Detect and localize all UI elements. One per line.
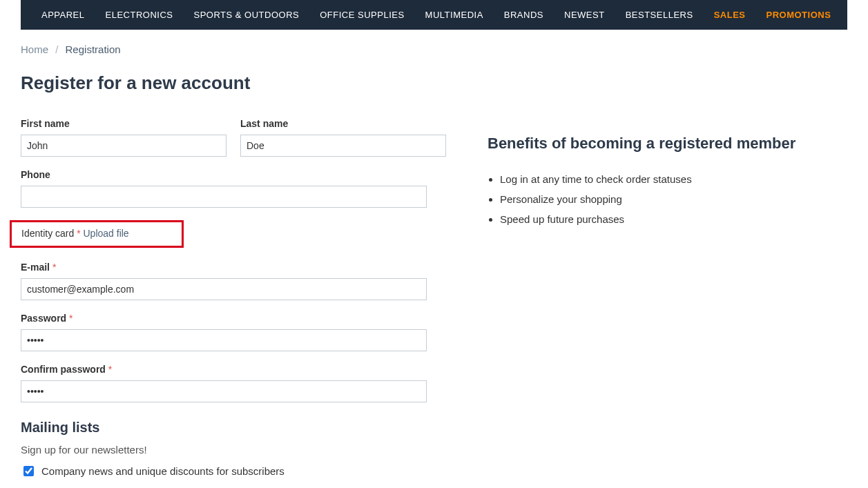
phone-input[interactable] — [21, 186, 427, 208]
benefit-item: Personalize your shopping — [500, 193, 847, 205]
mailing-lists-heading: Mailing lists — [21, 420, 446, 436]
benefit-item: Speed up future purchases — [500, 213, 847, 225]
confirm-password-input[interactable] — [21, 380, 427, 402]
confirm-password-label: Confirm password * — [21, 364, 446, 375]
nav-item-sports-outdoors[interactable]: SPORTS & OUTDOORS — [183, 10, 309, 20]
benefits-panel: Benefits of becoming a registered member… — [488, 118, 847, 478]
newsletter-checkbox[interactable] — [23, 466, 34, 476]
nav-item-bestsellers[interactable]: BESTSELLERS — [615, 10, 704, 20]
benefits-heading: Benefits of becoming a registered member — [488, 135, 847, 153]
benefit-item: Log in at any time to check order status… — [500, 173, 847, 185]
upload-file-link[interactable]: Upload file — [84, 228, 129, 239]
nav-item-multimedia[interactable]: MULTIMEDIA — [415, 10, 494, 20]
page-title: Register for a new account — [21, 72, 847, 94]
mailing-subtext: Sign up for our newsletters! — [21, 444, 446, 456]
breadcrumb-separator: / — [51, 43, 62, 55]
nav-item-promotions[interactable]: PROMOTIONS — [755, 10, 841, 20]
phone-label: Phone — [21, 169, 446, 180]
nav-item-sales[interactable]: SALES — [704, 10, 756, 20]
last-name-label: Last name — [240, 118, 446, 129]
first-name-label: First name — [21, 118, 226, 129]
email-label: E-mail * — [21, 262, 446, 273]
first-name-input[interactable] — [21, 135, 226, 157]
nav-item-electronics[interactable]: ELECTRONICS — [95, 10, 184, 20]
main-nav: APPARELELECTRONICSSPORTS & OUTDOORSOFFIC… — [21, 0, 847, 30]
breadcrumb-home[interactable]: Home — [21, 43, 48, 55]
identity-card-label: Identity card * — [21, 228, 84, 239]
password-input[interactable] — [21, 329, 427, 351]
last-name-input[interactable] — [240, 135, 446, 157]
breadcrumb: Home / Registration — [21, 30, 847, 72]
newsletter-label: Company news and unique discounts for su… — [41, 465, 284, 477]
nav-item-newest[interactable]: NEWEST — [554, 10, 615, 20]
email-input[interactable] — [21, 278, 427, 300]
register-form: First name Last name Phone Identity card… — [21, 118, 446, 478]
identity-card-field: Identity card * Upload file — [10, 220, 184, 248]
breadcrumb-current: Registration — [66, 43, 121, 55]
password-label: Password * — [21, 313, 446, 324]
nav-item-brands[interactable]: BRANDS — [494, 10, 554, 20]
nav-item-office-supplies[interactable]: OFFICE SUPPLIES — [309, 10, 414, 20]
nav-item-apparel[interactable]: APPAREL — [31, 10, 95, 20]
